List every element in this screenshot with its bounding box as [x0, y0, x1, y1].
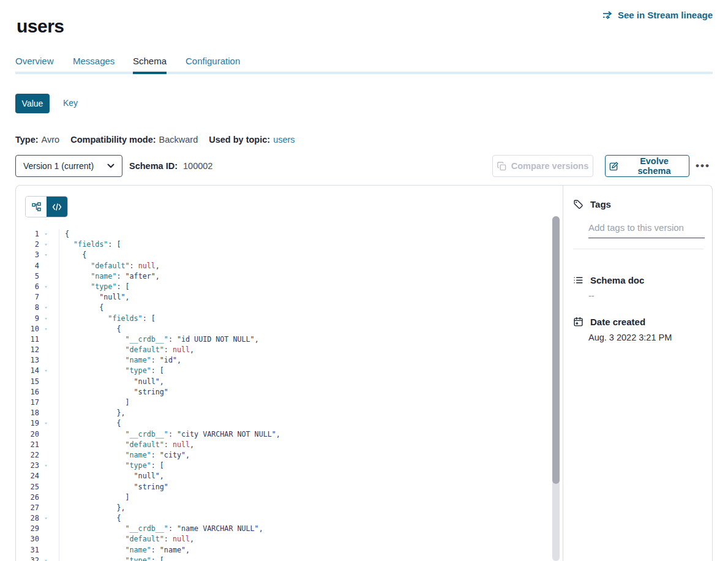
- line-number: 26: [16, 492, 39, 503]
- code-line[interactable]: 15"null",: [16, 377, 548, 387]
- tree-view-button[interactable]: [26, 197, 47, 217]
- tab-overview[interactable]: Overview: [15, 56, 54, 66]
- code-line[interactable]: 13"name": "id",: [16, 355, 548, 366]
- fold-toggle-icon[interactable]: ▾: [41, 555, 51, 561]
- code-line[interactable]: 9▾"fields": [: [16, 314, 548, 324]
- schema-meta-row: Type: Avro Compatibility mode: Backward …: [15, 135, 295, 145]
- code-text: "__crdb__": "id UUID NOT NULL",: [65, 334, 259, 345]
- code-line[interactable]: 21"default": null,: [16, 440, 548, 450]
- fold-toggle-icon: [41, 355, 51, 366]
- fold-toggle-icon[interactable]: ▾: [41, 282, 51, 292]
- fold-toggle-icon[interactable]: ▾: [41, 513, 51, 524]
- fold-toggle-icon[interactable]: ▾: [41, 239, 51, 250]
- code-line[interactable]: 18},: [16, 408, 548, 418]
- line-number: 18: [16, 408, 39, 418]
- value-toggle-button[interactable]: Value: [15, 94, 50, 113]
- code-line[interactable]: 22"name": "city",: [16, 450, 548, 461]
- line-number: 5: [16, 271, 39, 282]
- tab-messages[interactable]: Messages: [73, 56, 114, 66]
- line-number: 6: [16, 282, 39, 292]
- topic-link[interactable]: users: [273, 135, 295, 145]
- code-line[interactable]: 16"string": [16, 387, 548, 397]
- code-text: "type": [: [65, 461, 164, 471]
- evolve-schema-label: Evolve schema: [623, 156, 685, 176]
- line-number: 11: [16, 334, 39, 345]
- code-text: "__crdb__": "city VARCHAR NOT NULL",: [65, 429, 280, 440]
- tags-section-header: Tags: [573, 199, 611, 209]
- code-line[interactable]: 5"name": "after",: [16, 271, 548, 282]
- used-by-topic-label: Used by topic:: [209, 135, 270, 145]
- code-text: "fields": [: [65, 239, 121, 250]
- code-line[interactable]: 24"null",: [16, 471, 548, 481]
- code-line[interactable]: 14▾"type": [: [16, 366, 548, 376]
- code-view-button[interactable]: [47, 197, 67, 217]
- evolve-schema-button[interactable]: Evolve schema: [605, 155, 689, 177]
- tab-configuration[interactable]: Configuration: [186, 56, 240, 66]
- fold-toggle-icon[interactable]: ▾: [41, 229, 51, 239]
- version-select[interactable]: Version 1 (current): [15, 155, 122, 177]
- compare-versions-icon: [497, 162, 506, 171]
- code-line[interactable]: 8▾{: [16, 303, 548, 313]
- line-number: 27: [16, 503, 39, 513]
- version-bar: Version 1 (current) Schema ID: 100002 Co…: [15, 155, 713, 177]
- code-line[interactable]: 23▾"type": [: [16, 461, 548, 471]
- line-number: 17: [16, 397, 39, 408]
- more-options-button[interactable]: •••: [693, 155, 713, 177]
- code-line[interactable]: 6▾"type": [: [16, 282, 548, 292]
- line-number: 9: [16, 314, 39, 324]
- date-created-section-header: Date created: [573, 317, 645, 327]
- code-line[interactable]: 20"__crdb__": "city VARCHAR NOT NULL",: [16, 429, 548, 440]
- stream-lineage-link[interactable]: See in Stream lineage: [602, 10, 713, 20]
- code-line[interactable]: 1▾{: [16, 229, 548, 239]
- code-line[interactable]: 3▾{: [16, 250, 548, 260]
- line-number: 8: [16, 303, 39, 313]
- fold-toggle-icon: [41, 261, 51, 271]
- key-toggle-button[interactable]: Key: [63, 98, 78, 108]
- code-line[interactable]: 12"default": null,: [16, 345, 548, 355]
- line-number: 14: [16, 366, 39, 376]
- schema-doc-section-header: Schema doc: [573, 275, 644, 285]
- fold-toggle-icon[interactable]: ▾: [41, 250, 51, 260]
- tags-input[interactable]: [588, 220, 705, 238]
- fold-toggle-icon[interactable]: ▾: [41, 366, 51, 376]
- editor-view-toggle: [26, 197, 67, 217]
- code-text: "name": "city",: [65, 450, 190, 461]
- fold-toggle-icon[interactable]: ▾: [41, 461, 51, 471]
- fold-toggle-icon: [41, 408, 51, 418]
- line-number: 16: [16, 387, 39, 397]
- code-line[interactable]: 17]: [16, 397, 548, 408]
- code-line[interactable]: 26]: [16, 492, 548, 503]
- schema-sidebar: Tags Schema doc -- Date created: [563, 186, 712, 561]
- evolve-schema-icon: [609, 162, 618, 171]
- code-text: "null",: [65, 292, 130, 303]
- code-line[interactable]: 2▾"fields": [: [16, 239, 548, 250]
- code-lines[interactable]: 1▾{2▾"fields": [3▾{4"default": null,5"na…: [16, 229, 548, 561]
- code-line[interactable]: 19▾{: [16, 418, 548, 429]
- code-line[interactable]: 30"default": null,: [16, 534, 548, 544]
- tab-schema[interactable]: Schema: [133, 56, 167, 66]
- fold-toggle-icon[interactable]: ▾: [41, 418, 51, 429]
- fold-toggle-icon[interactable]: ▾: [41, 303, 51, 313]
- code-line[interactable]: 27},: [16, 503, 548, 513]
- line-number: 25: [16, 482, 39, 492]
- fold-toggle-icon: [41, 471, 51, 481]
- code-line[interactable]: 25"string": [16, 482, 548, 492]
- code-line[interactable]: 28▾{: [16, 513, 548, 524]
- code-text: },: [65, 408, 126, 418]
- code-line[interactable]: 11"__crdb__": "id UUID NOT NULL",: [16, 334, 548, 345]
- compare-versions-button[interactable]: Compare versions: [492, 155, 593, 177]
- fold-toggle-icon[interactable]: ▾: [41, 324, 51, 334]
- compare-versions-label: Compare versions: [511, 161, 589, 171]
- fold-toggle-icon: [41, 334, 51, 345]
- code-line[interactable]: 7"null",: [16, 292, 548, 303]
- code-line[interactable]: 31"name": "name",: [16, 545, 548, 555]
- code-line[interactable]: 4"default": null,: [16, 261, 548, 271]
- line-number: 29: [16, 524, 39, 534]
- editor-scrollbar-thumb[interactable]: [552, 216, 560, 484]
- code-line[interactable]: 10▾{: [16, 324, 548, 334]
- code-text: "null",: [65, 377, 164, 387]
- code-line[interactable]: 29"__crdb__": "name VARCHAR NULL",: [16, 524, 548, 534]
- schema-editor[interactable]: 1▾{2▾"fields": [3▾{4"default": null,5"na…: [16, 186, 563, 561]
- code-line[interactable]: 32▾"type": [: [16, 555, 548, 561]
- fold-toggle-icon[interactable]: ▾: [41, 314, 51, 324]
